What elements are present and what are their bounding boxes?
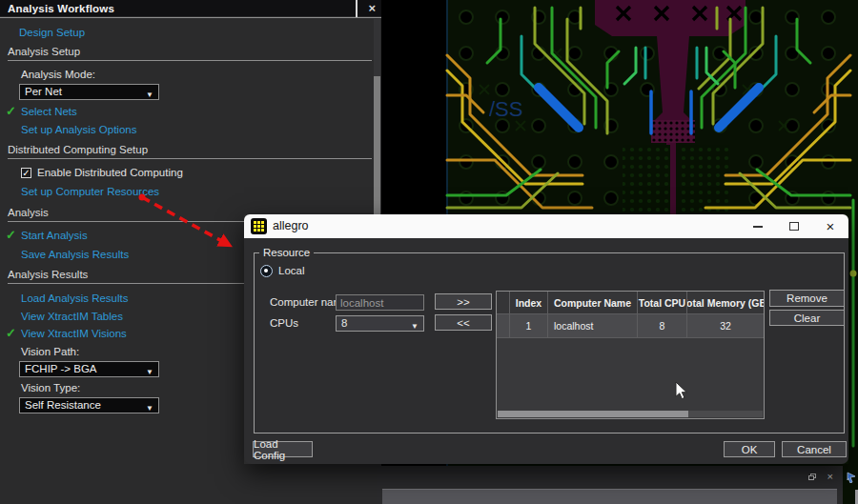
cell-total-memory: 32	[687, 314, 764, 338]
remove-selected-button[interactable]: <<	[435, 314, 492, 331]
check-icon: ✓	[6, 326, 16, 340]
dialog-title: allegro	[273, 214, 309, 238]
divider	[8, 158, 372, 159]
dialog-close-icon[interactable]: ×	[816, 214, 845, 238]
workflow-panel-title: Analysis Workflows	[0, 3, 114, 14]
analysis-mode-label: Analysis Mode:	[21, 69, 95, 80]
link-view-xtractim-tables[interactable]: View XtractIM Tables	[21, 311, 123, 322]
local-radio[interactable]	[260, 265, 273, 277]
application-root: /SS Analysis Workflows × Design Setup An…	[0, 0, 858, 504]
link-save-analysis-results[interactable]: Save Analysis Results	[21, 249, 129, 260]
enable-distributed-label[interactable]: Enable Distributed Computing	[37, 167, 183, 178]
workflow-titlebar[interactable]: Analysis Workflows ×	[0, 0, 381, 16]
bottom-console-panel: ×	[377, 466, 843, 504]
cell-computer-name: localhost	[548, 314, 638, 338]
allegro-resource-dialog: allegro × Resource Local Computer name >…	[244, 214, 848, 464]
close-icon[interactable]: ×	[368, 2, 376, 14]
divider	[0, 17, 381, 18]
console-titlebar[interactable]: ×	[377, 466, 843, 489]
maximize-icon[interactable]	[356, 0, 358, 17]
vision-type-label: Vision Type:	[21, 382, 80, 393]
console-input-area[interactable]	[382, 489, 837, 504]
link-select-nets[interactable]: Select Nets	[21, 106, 77, 117]
table-hscrollbar-thumb[interactable]	[498, 411, 688, 417]
load-config-button[interactable]: Load Config	[253, 441, 313, 457]
divider	[8, 60, 372, 61]
table-header-row: Index Computer Name Total CPU Total Memo…	[497, 292, 764, 314]
resource-groupbox-label: Resource	[259, 247, 314, 258]
dialog-titlebar[interactable]: allegro ×	[244, 214, 848, 238]
vision-type-value: Self Resistance	[25, 399, 101, 411]
analysis-mode-value: Per Net	[25, 86, 62, 97]
link-setup-analysis-options[interactable]: Set up Analysis Options	[21, 124, 136, 135]
link-load-analysis-results[interactable]: Load Analysis Results	[21, 292, 129, 304]
remove-button[interactable]: Remove	[769, 290, 845, 307]
header-total-cpu: Total CPU	[638, 292, 687, 314]
cell-index: 1	[510, 314, 548, 338]
table-hscrollbar-track[interactable]	[498, 411, 763, 417]
table-row[interactable]: 1 localhost 8 32	[497, 314, 764, 338]
vision-path-value: FCHIP -> BGA	[25, 363, 97, 374]
allegro-app-icon	[251, 218, 267, 234]
chevron-down-icon: ▼	[146, 365, 153, 379]
header-index: Index	[510, 292, 548, 314]
link-setup-computer-resources[interactable]: Set up Computer Resources	[21, 186, 159, 197]
clear-button[interactable]: Clear	[769, 310, 845, 326]
local-radio-label[interactable]: Local	[278, 265, 305, 276]
chevron-down-icon: ▼	[146, 88, 153, 102]
header-computer-name: Computer Name	[548, 292, 638, 314]
dialog-minimize-icon[interactable]	[744, 214, 772, 238]
computers-table[interactable]: Index Computer Name Total CPU Total Memo…	[496, 291, 765, 419]
dialog-maximize-icon[interactable]	[780, 214, 808, 238]
vision-path-label: Vision Path:	[21, 346, 79, 357]
cell-selector[interactable]	[497, 314, 510, 338]
pcb-bga-field-left	[623, 145, 670, 217]
header-total-memory: Total Memory (GB)	[687, 292, 764, 314]
computer-name-input[interactable]	[336, 294, 424, 311]
check-icon: ✓	[6, 104, 16, 118]
console-restore-icon[interactable]	[808, 474, 816, 480]
add-computer-button[interactable]: >>	[435, 293, 492, 310]
vision-type-dropdown[interactable]: Self Resistance ▼	[19, 397, 159, 413]
check-icon: ✓	[6, 228, 16, 242]
header-analysis: Analysis	[8, 207, 49, 218]
pcb-net-label: /SS	[489, 97, 522, 121]
cell-total-cpu: 8	[638, 314, 687, 338]
header-analysis-results: Analysis Results	[8, 269, 88, 280]
link-view-xtractim-visions[interactable]: View XtractIM Visions	[21, 328, 127, 339]
enable-distributed-checkbox[interactable]: ✓	[21, 168, 31, 178]
header-selector	[497, 292, 510, 314]
cpus-label: CPUs	[270, 317, 298, 329]
link-start-analysis[interactable]: Start Analysis	[21, 230, 88, 241]
cpus-value: 8	[341, 317, 347, 329]
cancel-button[interactable]: Cancel	[782, 441, 847, 457]
ok-button[interactable]: OK	[724, 441, 775, 457]
chevron-down-icon: ▼	[146, 401, 153, 415]
header-analysis-setup: Analysis Setup	[8, 46, 80, 57]
header-distributed-computing: Distributed Computing Setup	[8, 144, 148, 155]
analysis-mode-dropdown[interactable]: Per Net ▼	[19, 84, 159, 100]
checkmark-icon: ✓	[22, 168, 30, 178]
console-close-icon[interactable]: ×	[827, 472, 833, 482]
vision-path-dropdown[interactable]: FCHIP -> BGA ▼	[19, 361, 159, 377]
chevron-down-icon: ▼	[411, 319, 419, 333]
dialog-body: Resource Local Computer name >> CPUs 8 ▼…	[244, 238, 848, 464]
link-design-setup[interactable]: Design Setup	[19, 27, 85, 38]
tool-tip-glyph	[847, 472, 856, 483]
cpus-dropdown[interactable]: 8 ▼	[336, 315, 424, 332]
